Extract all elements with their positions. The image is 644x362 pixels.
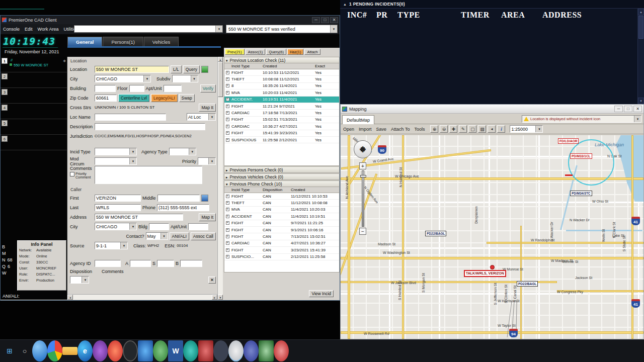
phone-check-row[interactable]: FIGHT CAN 9/7/2021 11:21:25 xyxy=(224,220,339,227)
caller-apt-input[interactable] xyxy=(188,223,208,230)
location-check-row[interactable]: ACCIDENT. 10:19:51 11/4/2021 Yes xyxy=(224,97,339,103)
chevron-down-icon[interactable] xyxy=(120,242,127,249)
expand-plus-icon[interactable] xyxy=(226,248,229,252)
taskbar-app-icon[interactable]: ○ xyxy=(17,340,32,361)
scroll-thumb[interactable] xyxy=(218,62,223,97)
info-icon[interactable] xyxy=(497,125,505,133)
taskbar-app-icon[interactable] xyxy=(138,340,153,361)
caller-bldg-input[interactable] xyxy=(149,223,169,230)
slot-number[interactable]: 5 xyxy=(2,120,8,126)
location-check-row[interactable]: 8 16:35:26 11/4/2021 Yes xyxy=(224,83,339,89)
description-input[interactable] xyxy=(95,123,205,130)
location-check-row[interactable]: FIGHT 11:21:24 9/7/2021 Yes xyxy=(224,103,339,110)
verify-button[interactable]: Verify xyxy=(200,84,216,93)
incident-slot[interactable]: 3 xyxy=(1,88,67,104)
expand-plus-icon[interactable] xyxy=(226,131,229,135)
latlong-button[interactable]: L/L xyxy=(171,65,182,73)
check-button[interactable]: Haz(1) xyxy=(287,49,304,55)
map-unit-marker[interactable]: FD/LD/AOR xyxy=(558,138,579,144)
expand-plus-icon[interactable] xyxy=(226,255,229,258)
ani-requery-icon[interactable] xyxy=(201,195,208,202)
taskbar-app-icon[interactable]: ⊞ xyxy=(2,340,17,361)
tab[interactable]: Vehicles xyxy=(144,37,179,46)
expand-plus-icon[interactable] xyxy=(226,98,229,101)
tab-defaultmap[interactable]: DefaultMap xyxy=(342,115,374,124)
phone-check-row[interactable]: FIGHT CAN 11/12/2021 10:10:53 xyxy=(224,193,339,200)
expand-plus-icon[interactable] xyxy=(226,228,229,232)
zoom-out-icon[interactable] xyxy=(440,125,448,133)
incid-type-select[interactable] xyxy=(95,148,137,155)
taskbar-app-icon[interactable] xyxy=(259,340,274,361)
close-button[interactable] xyxy=(633,106,642,112)
scroll-up-arrow[interactable] xyxy=(218,57,223,62)
caller-map-it-button[interactable]: Map It xyxy=(199,213,216,221)
draw-icon[interactable] xyxy=(459,125,467,133)
phone-check-row[interactable]: THEFT CAN 11/12/2021 10:08:08 xyxy=(224,200,339,206)
map-unit-marker[interactable]: TALK/WRLS, VERIZON xyxy=(464,270,506,277)
s-input[interactable] xyxy=(157,260,174,267)
section-expand-icon[interactable] xyxy=(226,58,228,63)
expand-plus-icon[interactable] xyxy=(226,118,229,121)
expand-plus-icon[interactable] xyxy=(226,84,229,87)
map-unit-marker[interactable]: PD22/BAGL xyxy=(517,281,538,287)
assoc-call-button[interactable]: Assoc Call xyxy=(191,232,216,240)
taskbar-app-icon[interactable] xyxy=(93,340,108,361)
view-incid-button[interactable]: View Incid xyxy=(309,290,334,297)
caller-city-select[interactable]: CHICAGO xyxy=(95,223,137,230)
expand-plus-icon[interactable] xyxy=(226,221,229,225)
map-it-button[interactable]: Map It xyxy=(199,104,216,112)
expand-plus-icon[interactable] xyxy=(226,77,229,81)
scroll-down-arrow[interactable] xyxy=(218,295,223,300)
mod-circum-select[interactable] xyxy=(95,157,137,165)
location-check-row[interactable]: CARDIAC 17:18:58 7/13/2021 Yes xyxy=(224,110,339,116)
persons-check-header[interactable]: Previous Persons Check (0) xyxy=(224,166,340,173)
chevron-down-icon[interactable] xyxy=(160,233,168,239)
chevron-down-icon[interactable] xyxy=(208,114,215,120)
minimize-button[interactable] xyxy=(614,106,623,112)
taskbar-app-icon[interactable] xyxy=(274,340,289,361)
city-select[interactable]: CHICAGO xyxy=(95,75,151,82)
taskbar-app-icon[interactable] xyxy=(108,340,123,361)
location-input[interactable] xyxy=(95,66,169,73)
taskbar-app-icon[interactable] xyxy=(153,340,168,361)
command-combo[interactable] xyxy=(74,25,223,33)
agency-id-input[interactable] xyxy=(95,260,121,267)
a-input[interactable] xyxy=(130,260,151,267)
pending-column-header[interactable]: TYPE xyxy=(397,11,461,20)
pending-column-header[interactable]: AREA xyxy=(501,11,542,20)
chevron-down-icon[interactable] xyxy=(208,158,215,164)
source-select[interactable]: 9-1-1 xyxy=(95,242,128,249)
location-check-row[interactable]: MVA 10:20:03 11/4/2021 Yes xyxy=(224,89,339,96)
phone-check-header[interactable]: Previous Phone Check (10) xyxy=(224,180,340,187)
b-input[interactable] xyxy=(180,260,202,267)
chevron-down-icon[interactable] xyxy=(143,75,150,82)
map-zoom-out-button[interactable] xyxy=(359,228,366,235)
map-menu-item[interactable]: Attach To xyxy=(391,127,410,132)
scroll-thumb[interactable] xyxy=(638,16,643,39)
check-button[interactable]: Query(6) xyxy=(266,49,286,55)
taskbar-app-icon[interactable]: e xyxy=(77,340,93,361)
location-check-header[interactable]: Previous Location Check (11) xyxy=(224,57,340,63)
expand-plus-icon[interactable] xyxy=(226,111,229,115)
expand-plus-icon[interactable] xyxy=(226,195,229,198)
menu-item[interactable]: Console xyxy=(1,27,22,32)
section-expand-icon[interactable] xyxy=(226,167,228,172)
map-menu-item[interactable]: Save xyxy=(376,127,387,132)
map-unit-marker[interactable]: PD/M34/3TC xyxy=(570,191,592,196)
phone-check-row[interactable]: FIGHT CAN 7/13/2021 15:02:51 xyxy=(224,233,339,240)
taskbar-app-icon[interactable] xyxy=(228,340,244,361)
maximize-button[interactable] xyxy=(321,17,329,23)
check-button[interactable]: Prev(21) xyxy=(225,49,245,55)
pending-header-bar[interactable]: 1 PENDING INCIDENTS(0) xyxy=(340,0,644,9)
location-check-row[interactable]: FIGHT 15:41:39 3/23/2021 Yes xyxy=(224,130,339,137)
map-canvas[interactable]: Lake MichiganW Chicago AveW Grand AveMil… xyxy=(341,135,643,339)
taskbar-app-icon[interactable] xyxy=(62,347,77,355)
expand-plus-icon[interactable] xyxy=(226,125,229,128)
slot-number[interactable]: 3 xyxy=(2,89,8,95)
command-input[interactable] xyxy=(74,26,215,32)
check-button[interactable]: Assoc(1) xyxy=(246,49,266,55)
vehicles-check-header[interactable]: Previous Vehicles Check (0) xyxy=(224,173,340,180)
zip-input[interactable] xyxy=(95,95,117,102)
zoom-slider-thumb[interactable] xyxy=(360,175,366,177)
chevron-down-icon[interactable] xyxy=(215,26,222,32)
